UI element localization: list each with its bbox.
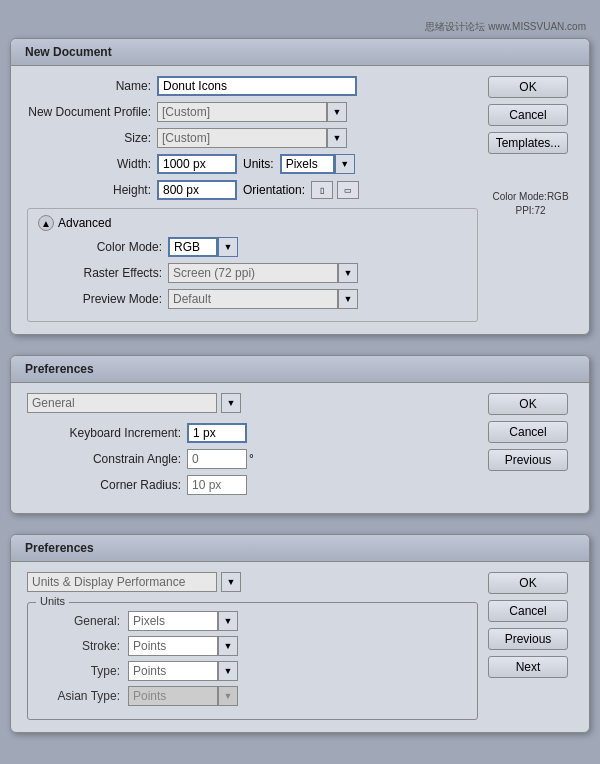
pref-category-input[interactable]: [27, 393, 217, 413]
name-row: Name:: [27, 76, 478, 96]
height-label: Height:: [27, 183, 157, 197]
name-input[interactable]: [157, 76, 357, 96]
preview-mode-input[interactable]: [168, 289, 338, 309]
pref2-previous-button[interactable]: Previous: [488, 628, 568, 650]
constrain-angle-input[interactable]: [187, 449, 247, 469]
width-input[interactable]: [157, 154, 237, 174]
pref1-cancel-button[interactable]: Cancel: [488, 421, 568, 443]
units-type-input[interactable]: [128, 661, 218, 681]
units-asian-type-input: [128, 686, 218, 706]
color-mode-label: Color Mode:: [38, 240, 168, 254]
preferences-units-dialog: Preferences ▼ Units General: ▼: [10, 534, 590, 733]
units-general-dropdown-btn[interactable]: ▼: [218, 611, 238, 631]
size-input[interactable]: [157, 128, 327, 148]
units-type-label: Type:: [38, 664, 128, 678]
landscape-btn[interactable]: ▭: [337, 181, 359, 199]
pref2-category-input[interactable]: [27, 572, 217, 592]
profile-row: New Document Profile: ▼: [27, 102, 478, 122]
keyboard-increment-row: Keyboard Increment:: [27, 423, 478, 443]
advanced-header: ▲ Advanced: [38, 215, 467, 231]
pref2-actions: OK Cancel Previous Next: [488, 572, 573, 720]
units-section-label: Units: [36, 595, 69, 607]
units-dropdown-btn[interactable]: ▼: [335, 154, 355, 174]
orientation-label: Orientation:: [243, 183, 305, 197]
advanced-label: Advanced: [58, 216, 111, 230]
corner-radius-input[interactable]: [187, 475, 247, 495]
units-stroke-dropdown-btn[interactable]: ▼: [218, 636, 238, 656]
size-row: Size: ▼: [27, 128, 478, 148]
preferences-general-title: Preferences: [11, 356, 589, 383]
constrain-angle-row: Constrain Angle: °: [27, 449, 478, 469]
advanced-toggle-btn[interactable]: ▲: [38, 215, 54, 231]
color-mode-row: Color Mode: ▼: [38, 237, 467, 257]
color-mode-dropdown-btn[interactable]: ▼: [218, 237, 238, 257]
corner-radius-label: Corner Radius:: [27, 478, 187, 492]
pref2-next-button[interactable]: Next: [488, 656, 568, 678]
units-general-input[interactable]: [128, 611, 218, 631]
pref2-ok-button[interactable]: OK: [488, 572, 568, 594]
color-mode-input[interactable]: [168, 237, 218, 257]
raster-effects-label: Raster Effects:: [38, 266, 168, 280]
height-input[interactable]: [157, 180, 237, 200]
new-doc-actions: OK Cancel Templates... Color Mode:RGBPPI…: [488, 76, 573, 322]
degree-unit: °: [249, 452, 254, 466]
profile-label: New Document Profile:: [27, 105, 157, 119]
orientation-group: ▯ ▭: [311, 181, 359, 199]
keyboard-increment-label: Keyboard Increment:: [27, 426, 187, 440]
height-row: Height: Orientation: ▯ ▭: [27, 180, 478, 200]
pref-category-row: ▼: [27, 393, 478, 413]
pref-category-dropdown-btn[interactable]: ▼: [221, 393, 241, 413]
new-document-dialog: New Document Name: New Document Profile:…: [10, 38, 590, 335]
size-dropdown-btn[interactable]: ▼: [327, 128, 347, 148]
units-type-row: Type: ▼: [38, 661, 467, 681]
corner-radius-row: Corner Radius:: [27, 475, 478, 495]
portrait-btn[interactable]: ▯: [311, 181, 333, 199]
preferences-general-dialog: Preferences ▼ Keyboard Increment: Constr…: [10, 355, 590, 514]
name-label: Name:: [27, 79, 157, 93]
raster-effects-row: Raster Effects: ▼: [38, 263, 467, 283]
preferences-units-title: Preferences: [11, 535, 589, 562]
pref1-previous-button[interactable]: Previous: [488, 449, 568, 471]
units-section: Units General: ▼ Stroke: ▼: [27, 602, 478, 720]
pref2-category-row: ▼: [27, 572, 478, 592]
pref1-actions: OK Cancel Previous: [488, 393, 573, 501]
profile-input[interactable]: [157, 102, 327, 122]
pref1-ok-button[interactable]: OK: [488, 393, 568, 415]
units-type-dropdown-btn[interactable]: ▼: [218, 661, 238, 681]
preview-dropdown-btn[interactable]: ▼: [338, 289, 358, 309]
pref2-category-dropdown-btn[interactable]: ▼: [221, 572, 241, 592]
size-label: Size:: [27, 131, 157, 145]
pref2-cancel-button[interactable]: Cancel: [488, 600, 568, 622]
cancel-button[interactable]: Cancel: [488, 104, 568, 126]
units-stroke-label: Stroke:: [38, 639, 128, 653]
raster-dropdown-btn[interactable]: ▼: [338, 263, 358, 283]
units-input[interactable]: [280, 154, 335, 174]
units-stroke-input[interactable]: [128, 636, 218, 656]
units-asian-type-label: Asian Type:: [38, 689, 128, 703]
color-info: Color Mode:RGBPPI:72: [488, 190, 573, 218]
new-document-title: New Document: [11, 39, 589, 66]
profile-dropdown-btn[interactable]: ▼: [327, 102, 347, 122]
units-asian-type-row: Asian Type: ▼: [38, 686, 467, 706]
templates-button[interactable]: Templates...: [488, 132, 568, 154]
units-stroke-row: Stroke: ▼: [38, 636, 467, 656]
width-row: Width: Units: ▼: [27, 154, 478, 174]
ok-button[interactable]: OK: [488, 76, 568, 98]
raster-effects-input[interactable]: [168, 263, 338, 283]
preview-mode-row: Preview Mode: ▼: [38, 289, 467, 309]
units-general-row: General: ▼: [38, 611, 467, 631]
advanced-section: ▲ Advanced Color Mode: ▼ Raster Effects:: [27, 208, 478, 322]
preview-mode-label: Preview Mode:: [38, 292, 168, 306]
units-label: Units:: [243, 157, 274, 171]
keyboard-increment-input[interactable]: [187, 423, 247, 443]
width-label: Width:: [27, 157, 157, 171]
constrain-angle-label: Constrain Angle:: [27, 452, 187, 466]
units-general-label: General:: [38, 614, 128, 628]
watermark: 思绪设计论坛 www.MISSVUAN.com: [10, 20, 590, 34]
units-asian-type-dropdown-btn: ▼: [218, 686, 238, 706]
